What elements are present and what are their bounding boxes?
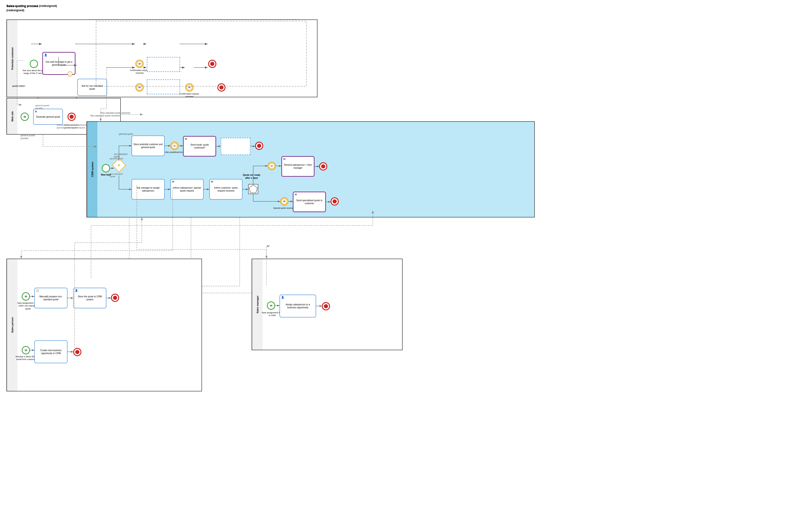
label-general-quote-pricelist: general quote/pricelist [35,104,50,110]
event-end-sales1 [111,294,119,302]
event-timer-quote-not-ready: ⊙ [268,162,276,170]
event-timer-predefined: ⊙ [170,142,179,150]
event-start-new-lead [102,164,110,172]
swimlane-sales-person: Sales person ✉ New assignment from CRM: … [6,259,202,391]
event-end-sales-manager [322,302,330,310]
event-end-top [208,60,216,68]
swimlane-label-sales-person: Sales person [7,259,18,391]
task-inform-salesperson[interactable]: ✉ Inform salesperson: special quote requ… [170,179,204,199]
task-assign-salesperson[interactable]: 👤 Assign salesperson to a business oppor… [280,295,316,318]
label-non-standard-crm: non-standardquote [110,172,123,178]
task-ask-non-standard[interactable]: Ask for non-standard quote [77,79,107,96]
event-end-sales2 [73,348,81,356]
gateway-x-new-lead: × [112,158,126,172]
pool-label-crm: CRM system [87,122,97,217]
event-start-sales-manager: ✉ [267,301,275,310]
gateway-a-marker: A [67,72,72,77]
task-dotted-crm[interactable]: ... [221,138,251,155]
swimlane-label-sales-manager: Sales manager [252,259,263,350]
diagram-container: Sales-quoting process (redesigned) [0,0,812,515]
event-end-crm-remind [319,162,327,170]
flow-label-new-potential-general: new potential customer,general quote req… [57,124,80,129]
svg-marker-34 [249,185,257,193]
event-confirmation-msg-bottom: ✉ [136,83,144,91]
swimlane-sales-manager: Sales manager ✉ New assignment task in C… [252,259,403,350]
event-msg-bottom-right: ✉ [185,83,194,91]
event-end-bottom [217,83,226,91]
label-non-standard-quote-received: Non-standard quote received [90,114,120,117]
flow-label-non-standard-quote-received: Non-standard quote received [100,112,130,114]
task-store-quote-crm[interactable]: 👤 Store the quote to CRM system [73,288,106,308]
event-confirmation-msg-top: ✉ [136,60,144,68]
page-title: Sales-quoting process(redesigned) [6,4,38,12]
event-start-not-sure [30,60,38,68]
event-end-crm-special [330,197,339,206]
flow-label-general-quote-crm: general quote [119,133,133,135]
task-ask-manager-assign[interactable]: Ask manager to assign salesperson [132,179,165,199]
task-generate-quote[interactable]: ⚙ Generate general quote [33,109,63,125]
event-end-website [67,113,76,121]
gateway-quote-not-ready [248,184,258,194]
pool-crm-system: CRM system New lead × general quote non-… [86,121,535,217]
swimlane-label-web-site: Web site [7,99,18,134]
task-inform-customer[interactable]: ✉ Inform customer: quote request receive… [209,179,242,199]
event-start-salesperson2: ✉ [22,346,30,354]
event-start-salesperson1: ✉ [22,292,30,301]
task-dotted-top[interactable]: ... [147,57,180,72]
label-confirmation-bottom: Confirmation request received [178,93,201,98]
label-quote-not-ready: Quote not readyafter x days [238,173,265,180]
flow-label-non-standard-crm: non-standardquote [114,153,127,158]
event-start-website: ✉ [21,113,29,121]
flow-label-general-quote-pricelist: general quote/pricelist [21,134,35,140]
task-send-email-confirmed[interactable]: ✉ Send email: quote confirmed? [183,136,216,157]
swimlane-potential-customer: Potential customer Not sure about the pr… [6,20,317,97]
task-remind-salesperson[interactable]: ✉ Remind salesperson + their manager [281,156,315,177]
event-special-quote-received: ✉ [280,197,288,206]
task-manually-prepare[interactable]: 📋 Manually prepare non-standard quote [34,288,67,308]
task-store-potential[interactable]: Store potential customer and general quo… [132,136,165,156]
task-send-specialised-quote[interactable]: ✉ Send specialised quote to customer [293,192,326,212]
flow-label-quote-request: quote reqest [12,85,25,87]
event-end-crm-top [255,142,263,150]
task-create-business-opp[interactable]: Create new business opportunity in CRM [34,341,67,363]
task-dotted-bottom[interactable]: ... [147,79,180,94]
